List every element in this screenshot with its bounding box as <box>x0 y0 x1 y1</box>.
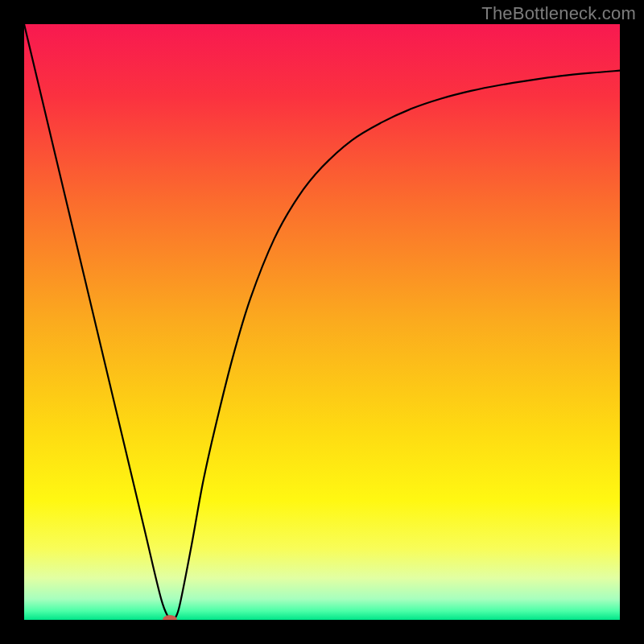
chart-frame: TheBottleneck.com <box>0 0 644 644</box>
bottleneck-curve <box>24 24 620 620</box>
attribution-label: TheBottleneck.com <box>481 3 636 24</box>
plot-area <box>24 24 620 620</box>
